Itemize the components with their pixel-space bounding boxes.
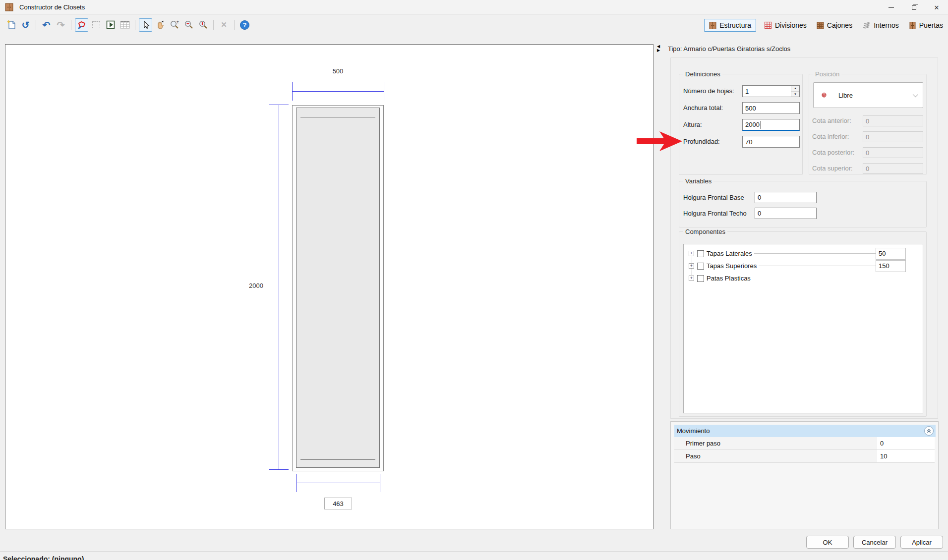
- closet-drawing[interactable]: [292, 105, 384, 471]
- holgura-techo-input[interactable]: [755, 208, 817, 219]
- dimension-bottom-value: 463: [333, 500, 344, 507]
- patas-plasticas-checkbox[interactable]: [697, 275, 704, 282]
- posicion-dropdown[interactable]: Libre: [813, 82, 923, 108]
- flip-tool-button[interactable]: [104, 18, 117, 32]
- profundidad-input[interactable]: [742, 136, 800, 148]
- help-button[interactable]: ?: [238, 18, 251, 32]
- dimension-left-tick: [269, 105, 289, 105]
- estructura-icon: [709, 22, 716, 29]
- plus-icon: +: [690, 251, 693, 256]
- undo-button[interactable]: ↶: [40, 18, 53, 32]
- tree-expand-button[interactable]: +: [689, 276, 694, 281]
- tree-item-label: Tapas Superiores: [707, 262, 757, 270]
- zoom-window-button[interactable]: [196, 18, 210, 32]
- tree-item-tapas-laterales: + Tapas Laterales 50: [684, 247, 923, 260]
- tab-estructura[interactable]: Estructura: [704, 19, 756, 32]
- pan-hand-icon: [155, 20, 165, 30]
- tapas-laterales-checkbox[interactable]: [697, 250, 704, 257]
- apply-button[interactable]: Aplicar: [900, 536, 943, 549]
- dimension-bottom-value-box[interactable]: 463: [324, 498, 352, 509]
- tree-expand-button[interactable]: +: [689, 251, 694, 256]
- tapas-superiores-value[interactable]: 150: [876, 260, 906, 272]
- select-cursor-tool-button[interactable]: [139, 18, 152, 32]
- posicion-selected-value: Libre: [838, 92, 853, 99]
- movimiento-panel: Movimiento Primer paso 0 Paso 10: [670, 421, 939, 529]
- collapse-button[interactable]: [924, 426, 934, 436]
- tab-cajones[interactable]: Cajones: [815, 19, 854, 31]
- close-button[interactable]: ✕: [925, 0, 948, 15]
- panel-splitter-toggle[interactable]: ◀ ▶: [655, 45, 661, 53]
- redo-button[interactable]: ↷: [54, 18, 67, 32]
- apply-label: Aplicar: [912, 539, 932, 546]
- undo-icon: ↶: [43, 19, 51, 31]
- closet-top-rail: [300, 117, 375, 117]
- flip-triangle-icon: [106, 20, 115, 29]
- minimize-button[interactable]: [880, 0, 902, 15]
- anchura-field: [742, 102, 800, 114]
- movimiento-title: Movimiento: [677, 427, 710, 435]
- tree-item-label: Tapas Laterales: [707, 250, 752, 257]
- help-icon: ?: [240, 20, 249, 30]
- app-closet-icon: [5, 3, 13, 11]
- edit-shape-tool-button[interactable]: [75, 18, 88, 32]
- toolbar-separator: [234, 20, 235, 30]
- new-document-icon: [6, 20, 16, 30]
- zoom-extents-button[interactable]: ±: [168, 18, 181, 32]
- spinner-up-icon: ▲: [794, 87, 797, 90]
- row-label: Primer paso: [686, 440, 720, 447]
- row-label: Paso: [686, 452, 701, 460]
- restore-button[interactable]: [902, 0, 925, 15]
- closet-bottom-rail: [300, 459, 375, 460]
- altura-input[interactable]: [742, 119, 800, 131]
- cancel-label: Cancelar: [862, 539, 888, 546]
- tab-internos[interactable]: Internos: [860, 19, 901, 31]
- cajones-icon: [817, 22, 824, 29]
- grid-tool-button[interactable]: [118, 18, 131, 32]
- mode-tabs: Estructura Divisiones Cajones: [704, 19, 945, 32]
- paso-value[interactable]: 10: [877, 450, 935, 462]
- tapas-laterales-value[interactable]: 50: [876, 248, 906, 260]
- cota-posterior-input[interactable]: [863, 147, 923, 158]
- toolbar: ↺ ↶ ↷: [0, 16, 252, 34]
- closet-door-panel[interactable]: [296, 108, 380, 468]
- close-icon: ✕: [934, 4, 940, 11]
- holgura-base-input[interactable]: [755, 192, 817, 203]
- cota-superior-input[interactable]: [863, 163, 923, 174]
- group-title: Posición: [813, 70, 841, 78]
- edit-shape-icon: [77, 20, 87, 30]
- toolbar-separator: [36, 20, 36, 30]
- splitter-right-icon: ▶: [657, 49, 660, 53]
- delete-button[interactable]: ✕: [217, 18, 231, 32]
- tapas-superiores-checkbox[interactable]: [697, 263, 704, 270]
- drawing-canvas[interactable]: 500 2000 463: [5, 44, 653, 529]
- spinner-up-button[interactable]: ▲: [791, 86, 799, 92]
- refresh-button[interactable]: ↺: [19, 18, 32, 32]
- cancel-button[interactable]: Cancelar: [853, 536, 896, 549]
- properties-panel: Definiciones Número de hojas: ▲ ▼ Anchur…: [670, 57, 938, 419]
- movimiento-header[interactable]: Movimiento: [674, 425, 936, 437]
- group-posicion: Posición Libre Cota anterior: Cota infer…: [809, 74, 927, 175]
- anchura-input[interactable]: [742, 102, 800, 114]
- profundidad-field: [742, 136, 800, 148]
- ok-button[interactable]: OK: [806, 536, 849, 549]
- tab-divisiones[interactable]: Divisiones: [762, 19, 809, 31]
- field-label-cota-superior: Cota superior:: [812, 163, 853, 174]
- new-document-button[interactable]: [4, 18, 18, 32]
- zoom-out-button[interactable]: [182, 18, 195, 32]
- tab-label: Estructura: [719, 21, 751, 29]
- window-controls: ✕: [880, 0, 948, 15]
- window-title: Constructor de Closets: [19, 3, 85, 11]
- pan-tool-button[interactable]: [153, 18, 167, 32]
- field-label-holgura-techo: Holgura Frontal Techo: [683, 208, 747, 220]
- plus-icon: +: [690, 263, 693, 268]
- spinner-down-button[interactable]: ▼: [791, 92, 799, 97]
- cota-superior-field: [863, 163, 923, 174]
- cota-anterior-input[interactable]: [863, 115, 923, 126]
- marquee-select-tool-button[interactable]: [89, 18, 103, 32]
- field-label-altura: Altura:: [683, 119, 702, 131]
- tab-label: Puertas: [919, 21, 943, 29]
- tree-expand-button[interactable]: +: [689, 263, 694, 269]
- primer-paso-value[interactable]: 0: [877, 437, 935, 449]
- tab-puertas[interactable]: Puertas: [907, 19, 945, 31]
- cota-inferior-input[interactable]: [863, 131, 923, 142]
